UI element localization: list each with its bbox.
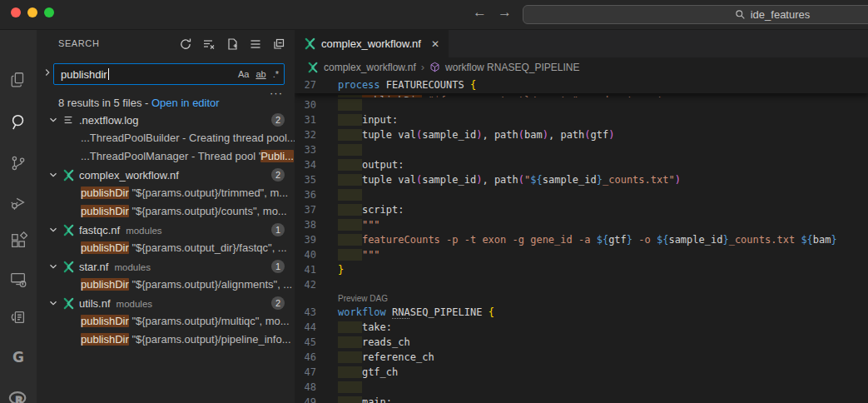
sticky-scroll-line[interactable]: 27process FEATURECOUNTS { (295, 77, 868, 93)
chevron-down-icon[interactable] (47, 296, 60, 310)
code-line[interactable]: 45 reads_ch (295, 335, 868, 350)
code-line[interactable]: 40 """ (295, 247, 868, 262)
code-token: ) (543, 129, 548, 141)
chevron-down-icon[interactable] (47, 113, 60, 127)
explorer-icon[interactable] (8, 70, 28, 90)
search-result-file[interactable]: complex_workflow.nf2 (37, 166, 295, 184)
code-line[interactable]: 35 tuple val(sample_id), path("${sample_… (295, 172, 868, 187)
extensions-icon[interactable] (8, 231, 28, 251)
code-line[interactable]: 43workflow RNASEQ_PIPELINE { (295, 305, 868, 320)
code-line[interactable]: 46 reference_ch (295, 350, 868, 365)
close-tab-icon[interactable]: ✕ (431, 38, 439, 50)
code-token: output: (362, 159, 404, 171)
search-result-match[interactable]: publishDir "${params.output_dir}/fastqc"… (37, 239, 295, 257)
search-result-match[interactable]: publishDir "${params.output}/alignments"… (37, 276, 295, 294)
run-and-debug-icon[interactable] (8, 192, 28, 212)
code-line[interactable]: 34 output: (295, 157, 868, 172)
refresh-icon[interactable] (178, 37, 193, 52)
search-icon[interactable] (8, 112, 28, 132)
chevron-down-icon[interactable] (47, 168, 60, 182)
code-text: publishDir "${params.output}/counts", mo… (338, 93, 662, 97)
code-line[interactable]: 44 take: (295, 320, 868, 335)
open-new-search-editor-icon[interactable] (225, 37, 240, 52)
code-line[interactable]: 49 main: (295, 395, 868, 403)
toggle-search-details-icon[interactable]: ··· (270, 87, 283, 99)
line-number (295, 93, 328, 97)
code-line[interactable]: 41} (295, 262, 868, 277)
code-line[interactable]: 47 gtf_ch (295, 365, 868, 380)
code-line[interactable]: 31 input: (295, 112, 868, 127)
collapse-all-icon[interactable] (271, 37, 286, 52)
maximize-window-button[interactable] (44, 7, 54, 17)
minimize-window-button[interactable] (27, 7, 37, 17)
view-as-list-icon[interactable] (248, 37, 263, 52)
match-count-badge: 2 (271, 168, 285, 182)
open-in-editor-link[interactable]: Open in editor (151, 97, 220, 109)
breadcrumb-file[interactable]: complex_workflow.nf (324, 62, 416, 73)
regex-toggle[interactable]: .* (273, 69, 279, 79)
code-token: tuple val (362, 174, 416, 186)
match-text: "${params.output}/multiqc", mo... (129, 315, 290, 327)
file-name: star.nf (79, 261, 108, 273)
tab-complex-workflow[interactable]: complex_workflow.nf ✕ (295, 30, 449, 57)
search-result-file[interactable]: fastqc.nfmodules1 (37, 221, 295, 239)
code-lines: 30 31 input:32 tuple val(sample_id), pat… (295, 97, 868, 403)
search-result-match[interactable]: publishDir "${params.output}/counts", mo… (37, 202, 295, 221)
search-result-match[interactable]: publishDir "${params.output}/pipeline_in… (37, 331, 295, 349)
titlebar: ← → ide_features (0, 0, 868, 30)
code-line[interactable]: 27process FEATURECOUNTS { (295, 77, 868, 93)
code-token: "${params.output}/counts", mode: 'copy' (422, 95, 662, 97)
search-result-match[interactable]: ...ThreadPoolManager - Thread pool 'Publ… (37, 147, 295, 166)
code-token (338, 351, 362, 363)
search-input-value: publishdir (61, 68, 107, 81)
codelens-label: Preview DAG (338, 292, 388, 305)
partially-scrolled-line: publishDir "${params.output}/counts", mo… (295, 93, 868, 97)
command-center-search[interactable]: ide_features (523, 5, 868, 24)
code-line[interactable]: 36 (295, 187, 868, 202)
code-line[interactable]: 30 (295, 97, 868, 112)
code-line[interactable]: 37 script: (295, 202, 868, 217)
code-line[interactable]: 48 (295, 380, 868, 395)
code-token: FEATURECOUNTS (380, 79, 470, 91)
results-summary: 8 results in 5 files - Open in editor (58, 97, 220, 112)
code-line[interactable]: 39 featureCounts -p -t exon -g gene_id -… (295, 232, 868, 247)
code-line[interactable]: 38 """ (295, 217, 868, 232)
search-result-file[interactable]: utils.nfmodules2 (37, 294, 295, 312)
codelens[interactable]: Preview DAG (295, 292, 868, 305)
navigate-forward-button[interactable]: → (498, 4, 512, 21)
source-control-icon[interactable] (8, 153, 28, 173)
line-number: 31 (295, 112, 328, 127)
code-token: ( (518, 129, 524, 141)
close-window-button[interactable] (11, 7, 21, 17)
search-result-match[interactable]: ...ThreadPoolBuilder - Creating thread p… (37, 129, 295, 147)
chevron-down-icon[interactable] (47, 223, 60, 236)
search-icon (735, 9, 746, 20)
chevron-down-icon[interactable] (47, 260, 60, 273)
ide-window: ← → ide_features G R SEARCH (0, 0, 868, 403)
remote-explorer-icon[interactable] (8, 270, 28, 290)
match-case-toggle[interactable]: Aa (238, 69, 249, 79)
search-result-match[interactable]: publishDir "${params.output}/trimmed", m… (37, 184, 295, 202)
code-token: workflow (338, 306, 386, 318)
code-token (338, 114, 362, 126)
search-result-file[interactable]: star.nfmodules1 (37, 257, 295, 276)
search-sidebar: SEARCH publishdir Aa ab .* ··· 8 results… (37, 30, 295, 403)
breadcrumb-symbol[interactable]: workflow RNASEQ_PIPELINE (445, 62, 579, 73)
line-number: 30 (295, 97, 328, 112)
code-line[interactable]: 33 (295, 142, 868, 157)
r-language-icon[interactable]: R (8, 389, 28, 403)
code-token (386, 306, 392, 318)
code-line[interactable]: 32 tuple val(sample_id), path(bam), path… (295, 127, 868, 142)
code-text: process FEATURECOUNTS { (338, 77, 476, 93)
gitlens-icon[interactable]: G (8, 347, 28, 367)
whole-word-toggle[interactable]: ab (255, 69, 265, 79)
search-input[interactable]: publishdir Aa ab .* (53, 63, 285, 85)
search-result-match[interactable]: publishDir "${params.output}/multiqc", m… (37, 312, 295, 331)
document-sync-icon[interactable] (8, 307, 28, 327)
search-result-file[interactable]: .nextflow.log2 (37, 111, 295, 129)
toggle-replace-icon[interactable] (42, 67, 53, 82)
code-line[interactable]: 42 (295, 277, 868, 292)
code-line[interactable]: publishDir "${params.output}/counts", mo… (295, 93, 868, 97)
navigate-back-button[interactable]: ← (473, 4, 487, 21)
clear-search-results-icon[interactable] (201, 37, 216, 52)
